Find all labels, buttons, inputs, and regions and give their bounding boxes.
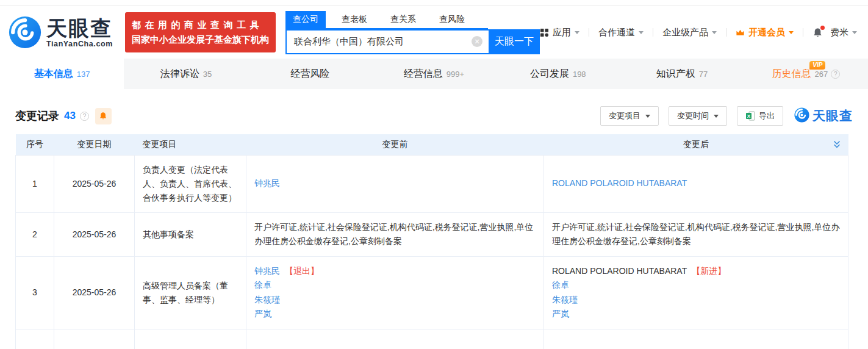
person-link[interactable]: 朱筱瑾 xyxy=(254,295,280,304)
slogan-line2: 国家中小企业发展子基金旗下机构 xyxy=(132,32,269,47)
search-area: 查公司查老板查关系查风险 联合利华（中国）有限公司 ✕ 天眼一下 xyxy=(285,11,540,54)
nav-tab-label: 基本信息 xyxy=(34,68,73,81)
menu-apps[interactable]: 应用 xyxy=(540,27,579,38)
person-link[interactable]: 钟兆民 xyxy=(254,266,280,276)
menu-open-vip[interactable]: 开通会员 xyxy=(736,27,794,38)
status-tag: 【退出】 xyxy=(285,266,319,276)
change-text: 开户许可证,统计证,社会保险登记证,机构代码证,税务登记证,营业执照,单位办理住… xyxy=(552,222,839,246)
search-tab-0[interactable]: 查公司 xyxy=(285,11,326,28)
tianyancha-logo[interactable]: 天眼查 TianYanCha.com xyxy=(9,16,113,49)
col-header-date: 变更日期 xyxy=(54,134,135,155)
cell-before: 钟兆民【退出】徐卓朱筱瑾严岚 xyxy=(246,256,544,329)
clear-search-icon[interactable]: ✕ xyxy=(472,36,482,47)
nav-tab-0[interactable]: 基本信息137 xyxy=(0,59,124,89)
person-link[interactable]: 钟兆民 xyxy=(254,178,280,188)
help-icon[interactable]: ? xyxy=(831,70,840,79)
top-strip xyxy=(0,0,868,6)
export-button[interactable]: X 导出 xyxy=(737,106,783,126)
search-input[interactable]: 联合利华（中国）有限公司 ✕ xyxy=(285,29,489,54)
search-tab-1[interactable]: 查老板 xyxy=(334,11,375,28)
search-button[interactable]: 天眼一下 xyxy=(489,29,540,54)
change-entry-line: 徐卓 xyxy=(254,278,536,293)
menu-enterprise-products[interactable]: 企业级产品 xyxy=(662,27,717,38)
table-row-2: 22025-05-26其他事项备案开户许可证,统计证,社会保险登记证,机构代码证… xyxy=(16,212,848,256)
cell-date: 2025-05-26 xyxy=(54,256,135,329)
search-tabs: 查公司查老板查关系查风险 xyxy=(285,11,488,29)
nav-tab-label: 历史信息 xyxy=(772,68,811,81)
nav-tab-4[interactable]: 公司发展198 xyxy=(496,59,620,89)
notification-dot xyxy=(820,26,825,30)
chevron-down-icon xyxy=(575,31,579,37)
menu-user[interactable]: 费米 xyxy=(830,27,857,38)
cell-no: 2 xyxy=(16,212,54,256)
table-header-row: 序号 变更日期 变更项目 变更前 变更后 xyxy=(16,134,848,155)
nav-tab-label: 经营风险 xyxy=(290,68,329,81)
change-entry-line: 严岚 xyxy=(552,307,840,322)
slogan-banner: 都在用的商业查询工具 国家中小企业发展子基金旗下机构 xyxy=(125,12,276,52)
person-link[interactable]: 徐卓 xyxy=(254,280,271,290)
nav-tab-5[interactable]: 知识产权77 xyxy=(620,59,744,89)
filter-change-project-button[interactable]: 变更项目 xyxy=(600,106,659,126)
section-count: 43 xyxy=(64,110,76,122)
cell-no: 3 xyxy=(16,256,54,329)
company-nav-tabs: 基本信息137法律诉讼35经营风险经营信息999+公司发展198知识产权77历史… xyxy=(0,59,868,89)
change-text: ROLAND POLAROID HUTABARAT xyxy=(552,266,687,276)
person-link[interactable]: 严岚 xyxy=(254,309,271,318)
crown-icon xyxy=(736,28,745,37)
chevron-down-icon xyxy=(789,31,794,37)
person-link[interactable]: 徐卓 xyxy=(552,280,569,290)
cell-item: 其他事项备案 xyxy=(135,212,246,256)
change-entry-line: 开户许可证,统计证,社会保险登记证,机构代码证,税务登记证,营业执照,单位办理住… xyxy=(254,220,536,249)
collapse-double-chevron-icon[interactable] xyxy=(833,140,841,151)
excel-icon: X xyxy=(745,111,755,121)
cell-item: 负责人变更（法定代表人、负责人、首席代表、合伙事务执行人等变更） xyxy=(135,155,246,212)
chevron-down-icon xyxy=(852,31,857,37)
nav-tab-label: 经营信息 xyxy=(404,68,443,81)
filter-change-time-button[interactable]: 变更时间 xyxy=(669,106,727,126)
nav-tab-3[interactable]: 经营信息999+ xyxy=(372,59,496,89)
brand-domain: TianYanCha.com xyxy=(46,40,113,48)
search-tab-3[interactable]: 查风险 xyxy=(432,11,472,28)
svg-text:X: X xyxy=(747,113,751,119)
search-tab-2[interactable]: 查关系 xyxy=(383,11,423,28)
chevron-down-icon xyxy=(712,31,717,37)
menu-partner-channel[interactable]: 合作通道 xyxy=(598,27,644,38)
person-link[interactable]: 严岚 xyxy=(552,309,569,318)
brand-name: 天眼查 xyxy=(46,17,113,39)
watermark-text: 天眼查 xyxy=(812,107,853,124)
change-entry-line: 钟兆民【退出】 xyxy=(254,264,536,279)
person-link[interactable]: 朱筱瑾 xyxy=(552,295,578,304)
cell-date: 2025-05-26 xyxy=(54,212,135,256)
cell-before: 钟兆民 xyxy=(246,155,544,212)
notification-bell-icon[interactable] xyxy=(812,27,823,38)
change-entry-line: 朱筱瑾 xyxy=(552,293,840,308)
change-record-table: 序号 变更日期 变更项目 变更前 变更后 12025-05-26负责人变更（法定… xyxy=(15,134,848,349)
nav-tab-count: 198 xyxy=(573,70,586,79)
status-tag: 【新进】 xyxy=(692,266,726,276)
change-entry-line: 钟兆民 xyxy=(254,176,536,191)
nav-tab-1[interactable]: 法律诉讼35 xyxy=(124,59,248,89)
change-record-section-header: 变更记录 43 ? 变更项目 变更时间 X 导出 xyxy=(15,106,853,126)
chevron-down-icon xyxy=(645,115,650,120)
tianyancha-swirl-icon xyxy=(794,107,809,125)
change-entry-line: 朱筱瑾 xyxy=(254,293,536,308)
cell-after: ROLAND POLAROID HUTABARAT xyxy=(544,155,848,212)
nav-tab-label: 公司发展 xyxy=(530,68,569,81)
cell-item: 高级管理人员备案（董事、监事、经理等） xyxy=(135,256,246,329)
change-entry-line: 徐卓 xyxy=(552,278,840,293)
table-row-partial xyxy=(16,329,848,349)
table-row-3: 32025-05-26高级管理人员备案（董事、监事、经理等）钟兆民【退出】徐卓朱… xyxy=(16,256,848,329)
person-link[interactable]: ROLAND POLAROID HUTABARAT xyxy=(552,178,687,188)
change-entry-line: ROLAND POLAROID HUTABARAT【新进】 xyxy=(552,264,840,279)
subscribe-bell-button[interactable] xyxy=(95,108,112,124)
cell-after: ROLAND POLAROID HUTABARAT【新进】徐卓朱筱瑾严岚 xyxy=(544,256,848,329)
nav-tab-2[interactable]: 经营风险 xyxy=(248,59,372,89)
help-icon[interactable]: ? xyxy=(80,112,89,121)
nav-tab-6[interactable]: 历史信息267?VIP xyxy=(744,59,868,89)
cell-date: 2025-05-26 xyxy=(54,155,135,212)
col-header-no: 序号 xyxy=(16,134,54,155)
col-header-after: 变更后 xyxy=(544,134,848,155)
cell-before: 开户许可证,统计证,社会保险登记证,机构代码证,税务登记证,营业执照,单位办理住… xyxy=(246,212,544,256)
change-entry-line: 严岚 xyxy=(254,307,536,322)
top-menu: 应用 合作通道 企业级产品 开通会员 xyxy=(540,27,857,38)
